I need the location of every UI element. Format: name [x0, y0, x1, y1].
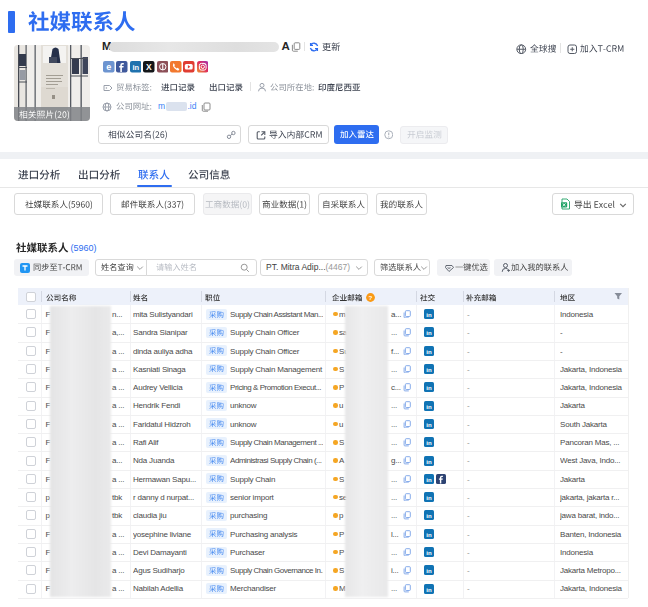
svg-text:?: ?	[368, 294, 372, 301]
svg-text:in: in	[426, 347, 432, 354]
svg-text:in: in	[426, 475, 432, 482]
svg-text:in: in	[426, 530, 432, 537]
svg-text:in: in	[132, 63, 139, 72]
svg-text:in: in	[426, 457, 432, 464]
svg-text:in: in	[426, 402, 432, 409]
svg-text:in: in	[426, 512, 432, 519]
svg-text:in: in	[426, 384, 432, 391]
svg-text:in: in	[426, 311, 432, 318]
svg-text:in: in	[426, 439, 432, 446]
svg-text:e: e	[106, 62, 111, 72]
svg-text:in: in	[426, 585, 432, 592]
svg-text:X: X	[146, 62, 152, 72]
svg-text:in: in	[426, 549, 432, 556]
svg-text:in: in	[426, 366, 432, 373]
svg-text:in: in	[426, 329, 432, 336]
svg-text:in: in	[426, 567, 432, 574]
svg-text:in: in	[426, 494, 432, 501]
svg-text:in: in	[426, 421, 432, 428]
